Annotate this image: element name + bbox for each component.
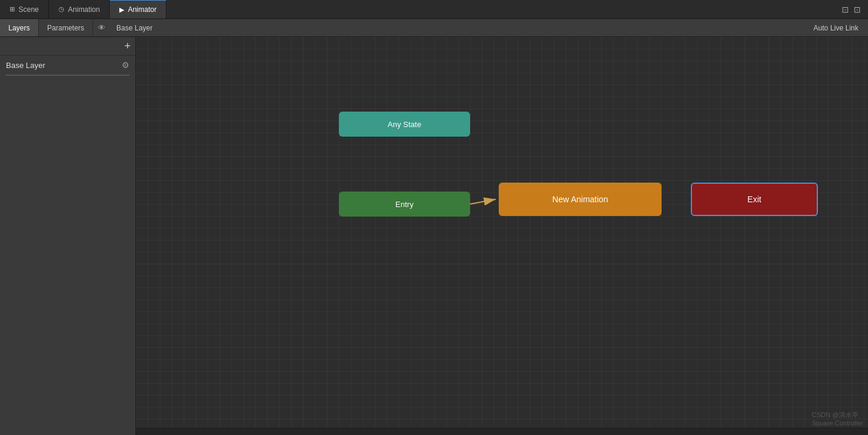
node-new-animation[interactable]: New Animation	[499, 183, 662, 216]
node-any-state[interactable]: Any State	[339, 112, 470, 137]
watermark: CSDN @清水亭 Square.Controller	[812, 411, 863, 427]
arrows-svg	[136, 37, 868, 435]
toolbar-tab-layers[interactable]: Layers	[0, 19, 39, 36]
auto-live-link-label: Auto Live Link	[814, 24, 858, 32]
layer-name-base: Base Layer	[6, 61, 45, 70]
canvas-area[interactable]: Any State Entry New Animation Exit CSDN …	[136, 37, 868, 435]
tab-animation[interactable]: ◷ Animation	[49, 0, 110, 18]
any-state-label: Any State	[388, 120, 421, 129]
svg-line-1	[470, 199, 496, 204]
left-panel: + Base Layer ⚙	[0, 37, 136, 435]
layer-item-base[interactable]: Base Layer ⚙	[0, 55, 135, 75]
node-exit[interactable]: Exit	[691, 183, 818, 216]
tab-animator[interactable]: ▶ Animator	[110, 0, 166, 18]
window-icon-2[interactable]: ⊡	[854, 5, 861, 14]
animator-icon: ▶	[119, 6, 124, 14]
tab-scene[interactable]: ⊞ Scene	[0, 0, 49, 18]
entry-label: Entry	[396, 200, 413, 209]
toolbar-tab-parameters[interactable]: Parameters	[39, 19, 93, 36]
breadcrumb-label: Base Layer	[116, 24, 153, 32]
animation-icon: ◷	[58, 5, 64, 13]
add-layer-button[interactable]: +	[124, 41, 131, 51]
main-layout: + Base Layer ⚙ Any State	[0, 37, 868, 435]
toolbar: Layers Parameters 👁 Base Layer Auto Live…	[0, 19, 868, 37]
layer-gear-button[interactable]: ⚙	[122, 60, 129, 70]
left-panel-header: +	[0, 37, 135, 55]
layer-divider	[6, 75, 129, 76]
breadcrumb: Base Layer	[110, 24, 159, 32]
gear-icon: ⚙	[122, 60, 129, 70]
top-right-icons: ⊡ ⊡	[842, 5, 868, 14]
tab-animator-label: Animator	[128, 5, 156, 14]
canvas-scrollbar[interactable]	[136, 428, 868, 435]
tab-scene-label: Scene	[18, 5, 39, 14]
window-icon-1[interactable]: ⊡	[842, 5, 849, 14]
scene-icon: ⊞	[10, 5, 15, 13]
auto-live-link-button[interactable]: Auto Live Link	[804, 24, 868, 32]
top-tab-bar: ⊞ Scene ◷ Animation ▶ Animator ⊡ ⊡	[0, 0, 868, 19]
exit-label: Exit	[747, 195, 761, 204]
eye-icon: 👁	[98, 23, 106, 32]
eye-button[interactable]: 👁	[93, 23, 110, 32]
plus-icon: +	[124, 40, 131, 52]
new-animation-label: New Animation	[552, 195, 608, 204]
parameters-tab-label: Parameters	[47, 24, 84, 32]
layers-tab-label: Layers	[8, 24, 30, 32]
node-entry[interactable]: Entry	[339, 192, 470, 217]
tab-animation-label: Animation	[68, 5, 100, 14]
